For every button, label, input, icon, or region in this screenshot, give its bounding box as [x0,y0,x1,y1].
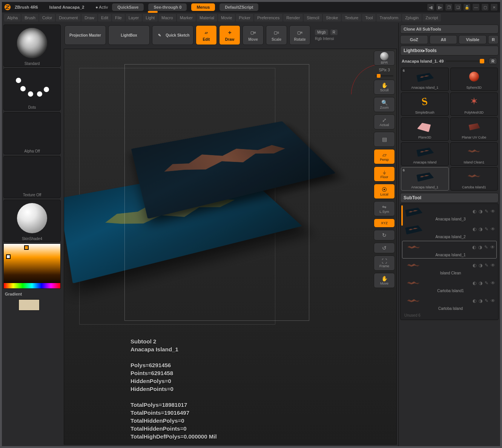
dock-left-icon[interactable]: ◂▮ [427,3,434,11]
tool-plane3d[interactable]: Plane3D [401,117,449,141]
mrgb-button[interactable]: Mrgb [315,29,328,35]
gradient-label[interactable]: Gradient [3,290,61,298]
tile-icon[interactable]: ❏ [454,3,462,11]
shading-toggle-icon[interactable]: ◑ [479,226,482,232]
projection-master-button[interactable]: Projection Master [64,25,106,45]
brush-toggle-icon[interactable]: ✎ [484,245,488,250]
polypaint-toggle-icon[interactable]: ◐ [473,226,476,232]
lsym-button[interactable]: ⇋L.Sym [374,201,395,216]
scale-mode-button[interactable]: ▢S Scale [266,25,287,45]
subtool-island-clean[interactable]: ◐◑✎👁Island Clean [402,259,497,276]
subtool-toggle-icons[interactable]: ◐◑✎👁 [423,263,495,268]
lightbox-button[interactable]: LightBox [108,25,150,45]
seethrough-button[interactable]: See-through 0 [148,3,187,11]
menu-marker[interactable]: Marker [177,14,196,22]
defaultzscript-button[interactable]: DefaultZScript [219,3,259,11]
subtool-cartoba-island1[interactable]: ◐◑✎👁Cartoba Island1 [402,277,497,294]
polypaint-toggle-icon[interactable]: ◐ [473,298,476,303]
spix-slider[interactable] [375,75,393,77]
shading-toggle-icon[interactable]: ◑ [479,263,482,268]
gradient-swatch[interactable] [18,299,40,311]
menu-picker[interactable]: Picker [236,14,253,22]
zoom-button[interactable]: 🔍Zoom [374,97,395,112]
color-marker-secondary[interactable] [6,254,11,259]
menus-button[interactable]: Menus [191,3,215,11]
subtool-toggle-icons[interactable]: ◐◑✎👁 [423,209,495,214]
material-slot[interactable]: SkinShade4 [3,200,61,242]
persp-button[interactable]: ▱Persp [374,149,395,164]
tool-anacapa-island[interactable]: Anacapa Island [401,142,449,166]
menu-brush[interactable]: Brush [21,14,38,22]
subtool-toggle-icons[interactable]: ◐◑✎👁 [423,226,495,232]
quick-sketch-button[interactable]: ✎ Quick Sketch [152,25,193,45]
menu-macro[interactable]: Macro [158,14,176,22]
viewport-move-button[interactable]: ✋Move [374,273,395,288]
subtool-cartoba-island[interactable]: ◐◑✎👁Cartoba Island [402,295,497,312]
shading-toggle-icon[interactable]: ◑ [479,209,482,214]
minimize-icon[interactable]: — [472,3,480,11]
cascade-icon[interactable]: ❐ [445,3,453,11]
tool-cartoba-island1[interactable]: Cartoba Island1 [450,167,498,191]
canvas-viewport[interactable]: Subtool 2 Anacapa Island_1 Polys=6291456… [64,49,396,444]
visibility-eye-icon[interactable]: 👁 [491,298,495,303]
menu-texture[interactable]: Texture [342,14,361,22]
visibility-eye-icon[interactable]: 👁 [490,245,495,250]
subtool-toggle-icons[interactable]: ◐◑✎👁 [423,280,495,286]
edit-mode-button[interactable]: ▱ Edit [196,25,217,45]
bpr-button[interactable]: BPR [374,51,395,66]
subtool-anacapa-island-1[interactable]: ◐◑✎👁Anacapa Island_1 [402,241,497,259]
polypaint-toggle-icon[interactable]: ◐ [473,263,476,268]
polypaint-toggle-icon[interactable]: ◐ [473,209,476,214]
seethrough-slider-knob[interactable] [148,11,158,13]
subtool-anacapa-island-2[interactable]: ◐◑✎👁Anacapa Island_2 [402,223,497,240]
subtool-toggle-icons[interactable]: ◐◑✎👁 [424,245,495,250]
shading-toggle-icon[interactable]: ◑ [479,298,482,303]
brush-toggle-icon[interactable]: ✎ [485,226,488,232]
clone-all-subtools-button[interactable]: Clone All SubTools [400,25,499,34]
quicksave-button[interactable]: QuickSave [112,3,144,11]
hue-strip[interactable] [4,283,60,288]
local-button[interactable]: ⦿Local [374,184,395,199]
tool-island-clean1[interactable]: Island Clean1 [450,142,498,166]
brush-toggle-icon[interactable]: ✎ [485,209,488,214]
stroke-dots-slot[interactable]: Dots [3,68,61,111]
polypaint-toggle-icon[interactable]: ◐ [472,245,476,250]
menu-preferences[interactable]: Preferences [254,14,282,22]
draw-mode-button[interactable]: ✛ Draw [219,25,240,45]
lightbox-tools-header[interactable]: Lightbox▸Tools [400,46,499,55]
dock-right-icon[interactable]: ▮▸ [436,3,444,11]
tool-anacapa-island-1[interactable]: 6Anacapa Island_1 [401,167,449,191]
scroll-button[interactable]: ✋Scroll [374,80,395,95]
subtool-palette-header[interactable]: SubTool [400,193,499,203]
menu-transform[interactable]: Transform [376,14,401,22]
rot-y-button[interactable]: ↻ [374,230,395,240]
rot-z-button[interactable]: ↺ [374,243,395,253]
actual-button[interactable]: ⤢Actual [374,114,395,129]
subtool-anacapa-island-3[interactable]: ◐◑✎👁Anacapa Island_3 [402,205,497,222]
goz-visible-button[interactable]: Visible [459,35,487,44]
tool-planar-uv-cube[interactable]: Planar UV Cube [450,117,498,141]
menu-edit[interactable]: Edit [98,14,111,22]
texture-slot[interactable]: Texture Off [3,156,61,198]
subtool-scroll-indicator[interactable] [401,205,403,226]
menu-document[interactable]: Document [56,14,81,22]
shading-toggle-icon[interactable]: ◑ [479,280,482,286]
menu-file[interactable]: File [112,14,125,22]
brush-toggle-icon[interactable]: ✎ [485,298,488,303]
visibility-eye-icon[interactable]: 👁 [491,209,495,214]
tool-anacapa-island-1[interactable]: 6Anacapa Island_1 [401,68,449,91]
menu-material[interactable]: Material [197,14,217,22]
color-picker[interactable] [3,243,61,289]
aahalf-button[interactable]: ▤ [374,132,395,147]
menu-tool[interactable]: Tool [362,14,376,22]
brush-standard-slot[interactable]: Standard [3,25,61,67]
menu-draw[interactable]: Draw [81,14,97,22]
visibility-eye-icon[interactable]: 👁 [491,263,495,268]
move-mode-button[interactable]: ▢M Move [243,25,264,45]
visibility-eye-icon[interactable]: 👁 [491,226,495,232]
close-icon[interactable]: ✕ [490,3,498,11]
lock-icon[interactable]: 🔓 [463,3,471,11]
menu-render[interactable]: Render [283,14,303,22]
goz-all-button[interactable]: All [430,35,457,44]
polypaint-toggle-icon[interactable]: ◐ [473,280,476,286]
